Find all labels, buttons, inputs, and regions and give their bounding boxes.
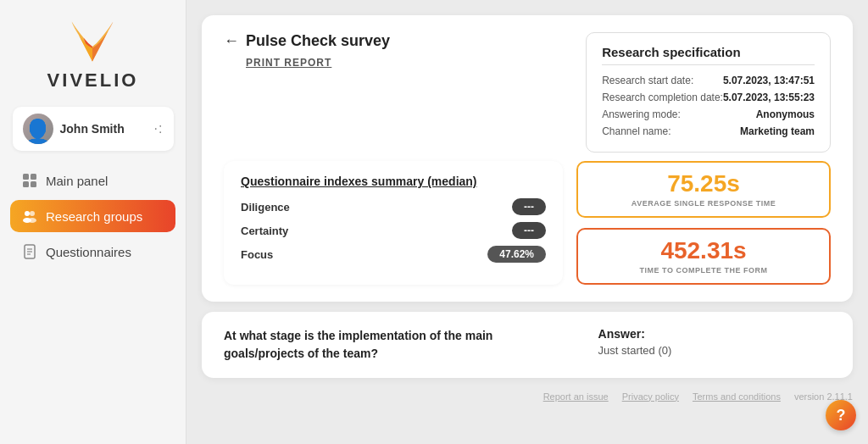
people-icon <box>22 208 37 224</box>
q-badge-focus: 47.62% <box>487 246 546 263</box>
q-row-certainty: Certainty --- <box>241 222 546 239</box>
stats-area: 75.25s AVERAGE SINGLE RESPONSE TIME 452.… <box>576 161 831 285</box>
help-button[interactable]: ? <box>826 400 856 430</box>
svg-rect-3 <box>31 181 36 187</box>
vivelio-logo-icon <box>63 15 122 66</box>
q-label-focus: Focus <box>241 248 273 261</box>
logo-area: VIVELIO <box>47 15 139 92</box>
spec-value-answering-mode: Anonymous <box>723 106 815 123</box>
q-row-focus: Focus 47.62% <box>241 246 546 263</box>
user-menu-dots[interactable]: ·: <box>154 121 164 136</box>
answer-section: Answer: Just started (0) <box>598 327 831 357</box>
spec-row-completion-date: Research completion date: 5.07.2023, 13:… <box>602 89 815 106</box>
q-row-diligence: Diligence --- <box>241 198 546 215</box>
user-card[interactable]: 👤 John Smith ·: <box>13 107 174 151</box>
report-issue-link[interactable]: Report an issue <box>543 391 609 402</box>
stat-card-complete-form: 452.31s TIME TO COMPLETE THE FORM <box>576 228 831 285</box>
terms-link[interactable]: Terms and conditions <box>693 391 781 402</box>
user-name: John Smith <box>60 122 147 136</box>
q-badge-diligence: --- <box>512 198 546 215</box>
svg-rect-1 <box>31 174 36 180</box>
survey-title: Pulse Check survey <box>246 32 390 50</box>
question-section: At what stage is the implementation of t… <box>224 327 573 363</box>
sidebar: VIVELIO 👤 John Smith ·: Main panel Resea… <box>0 0 186 444</box>
svg-rect-2 <box>23 181 29 187</box>
stat-label-avg-response: AVERAGE SINGLE RESPONSE TIME <box>593 199 814 208</box>
svg-rect-0 <box>23 174 29 180</box>
privacy-policy-link[interactable]: Privacy policy <box>622 391 679 402</box>
questionnaire-indexes-title: Questionnaire indexes summary (median) <box>241 175 546 188</box>
q-label-certainty: Certainty <box>241 225 288 237</box>
research-spec: Research specification Research start da… <box>586 32 831 153</box>
answer-value: Just started (0) <box>598 344 831 357</box>
spec-row-channel-name: Channel name: Marketing team <box>602 123 815 140</box>
research-spec-table: Research start date: 5.07.2023, 13:47:51… <box>602 72 815 140</box>
avatar: 👤 <box>23 114 53 144</box>
q-badge-certainty: --- <box>512 222 546 239</box>
doc-icon <box>22 244 37 259</box>
sidebar-item-research-groups-label: Research groups <box>46 209 142 224</box>
left-section: ← Pulse Check survey PRINT REPORT <box>224 32 586 69</box>
answer-label: Answer: <box>598 327 831 341</box>
main-content: ← Pulse Check survey PRINT REPORT Resear… <box>186 0 868 444</box>
spec-row-start-date: Research start date: 5.07.2023, 13:47:51 <box>602 72 815 89</box>
print-report-button[interactable]: PRINT REPORT <box>246 57 586 69</box>
back-arrow[interactable]: ← <box>224 32 239 50</box>
stat-label-complete-form: TIME TO COMPLETE THE FORM <box>593 266 814 275</box>
question-text: At what stage is the implementation of t… <box>224 329 492 360</box>
stat-value-complete-form: 452.31s <box>593 238 814 264</box>
sidebar-item-research-groups[interactable]: Research groups <box>10 200 175 232</box>
spec-value-channel-name: Marketing team <box>723 123 815 140</box>
sidebar-item-main-panel[interactable]: Main panel <box>10 164 175 197</box>
bottom-card: At what stage is the implementation of t… <box>202 312 853 378</box>
spec-label-completion-date: Research completion date: <box>602 89 723 106</box>
spec-label-answering-mode: Answering mode: <box>602 106 723 123</box>
spec-row-answering-mode: Answering mode: Anonymous <box>602 106 815 123</box>
spec-value-completion-date: 5.07.2023, 13:55:23 <box>723 89 815 106</box>
sidebar-item-questionnaires-label: Questionnaires <box>46 245 131 259</box>
questionnaire-indexes-box: Questionnaire indexes summary (median) D… <box>224 161 563 285</box>
research-spec-title: Research specification <box>602 45 815 65</box>
stat-card-avg-response: 75.25s AVERAGE SINGLE RESPONSE TIME <box>576 161 831 218</box>
svg-point-4 <box>25 211 30 216</box>
svg-point-7 <box>28 218 36 223</box>
top-card: ← Pulse Check survey PRINT REPORT Resear… <box>202 15 853 302</box>
footer: Report an issue Privacy policy Terms and… <box>202 388 853 402</box>
sidebar-item-questionnaires[interactable]: Questionnaires <box>10 236 175 268</box>
logo-text: VIVELIO <box>47 69 139 92</box>
svg-point-5 <box>30 211 35 216</box>
sidebar-item-main-panel-label: Main panel <box>46 174 108 188</box>
spec-label-channel-name: Channel name: <box>602 123 723 140</box>
spec-value-start-date: 5.07.2023, 13:47:51 <box>723 72 815 89</box>
q-label-diligence: Diligence <box>241 201 290 214</box>
nav-items: Main panel Research groups Questionnaire… <box>0 164 186 268</box>
stat-value-avg-response: 75.25s <box>593 171 814 197</box>
grid-icon <box>22 173 37 188</box>
spec-label-start-date: Research start date: <box>602 72 723 89</box>
